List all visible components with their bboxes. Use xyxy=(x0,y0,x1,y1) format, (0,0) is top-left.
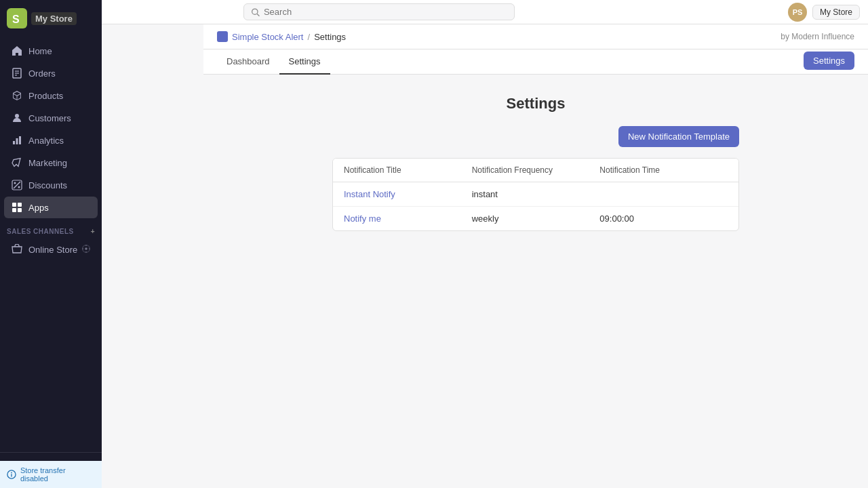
sidebar-logo-area: S My Store xyxy=(0,0,102,37)
breadcrumb-separator: / xyxy=(308,32,311,42)
svg-rect-15 xyxy=(18,203,22,207)
table-row: Notify me weekly 09:00:00 xyxy=(333,207,738,230)
sidebar-item-label-products: Products xyxy=(28,91,63,101)
notification-time-1 xyxy=(599,189,728,199)
svg-point-23 xyxy=(11,472,12,474)
tab-bar-row: Dashboard Settings Settings xyxy=(203,49,868,75)
notification-title-2[interactable]: Notify me xyxy=(344,214,472,224)
svg-rect-8 xyxy=(16,138,18,144)
sidebar-item-home[interactable]: Home xyxy=(4,40,98,62)
sales-channels-label: SALES CHANNELS xyxy=(7,228,74,235)
table-row: Instant Notify instant xyxy=(333,182,738,207)
store-transfer-disabled-label: Store transfer disabled xyxy=(20,466,95,483)
sales-channels-header: SALES CHANNELS + xyxy=(0,221,102,238)
store-transfer-disabled-bar: Store transfer disabled xyxy=(0,461,102,488)
sidebar-nav: Home Orders Products Customers xyxy=(0,37,102,452)
sidebar-item-products[interactable]: Products xyxy=(4,85,98,106)
sidebar-item-label-analytics: Analytics xyxy=(28,136,64,146)
store-selector-button[interactable]: My Store xyxy=(812,5,860,20)
search-bar[interactable] xyxy=(243,3,515,20)
analytics-icon xyxy=(11,134,23,146)
home-icon xyxy=(11,45,23,57)
sidebar-item-label-home: Home xyxy=(28,46,52,56)
content-area: Settings New Notification Template Notif… xyxy=(203,75,868,488)
products-icon xyxy=(11,89,23,102)
apps-icon xyxy=(11,201,23,214)
app-color-icon xyxy=(217,31,228,42)
new-notification-template-button[interactable]: New Notification Template xyxy=(618,126,739,147)
breadcrumb-attribution: by Modern Influence xyxy=(781,32,854,41)
sidebar-item-label-online-store: Online Store xyxy=(28,245,77,255)
breadcrumb-app-name[interactable]: Simple Stock Alert xyxy=(232,32,304,42)
orders-icon xyxy=(11,67,23,79)
search-icon xyxy=(251,7,260,17)
svg-rect-14 xyxy=(12,203,16,207)
table-header-time: Notification Time xyxy=(599,165,728,175)
sidebar-item-orders[interactable]: Orders xyxy=(4,62,98,84)
sidebar-item-label-marketing: Marketing xyxy=(28,158,67,168)
svg-rect-16 xyxy=(12,208,16,212)
shopify-logo-icon: S xyxy=(7,8,27,28)
svg-line-20 xyxy=(257,14,259,16)
svg-point-6 xyxy=(15,114,19,118)
svg-rect-7 xyxy=(13,141,15,144)
store-name[interactable]: My Store xyxy=(31,12,77,25)
discounts-icon xyxy=(11,179,23,191)
sidebar-item-label-customers: Customers xyxy=(28,113,71,123)
sidebar-item-label-apps: Apps xyxy=(28,203,49,213)
topbar: PS My Store xyxy=(102,0,868,24)
sidebar: S My Store Home Orders Products xyxy=(0,0,102,488)
svg-text:S: S xyxy=(12,14,20,25)
breadcrumb: Simple Stock Alert / Settings xyxy=(217,31,346,42)
page-title: Settings xyxy=(217,95,854,113)
search-input[interactable] xyxy=(264,7,507,17)
sidebar-item-apps[interactable]: Apps xyxy=(4,197,98,218)
notification-frequency-2: weekly xyxy=(472,214,600,224)
svg-point-11 xyxy=(18,186,20,188)
customers-icon xyxy=(11,112,23,124)
sidebar-item-label-discounts: Discounts xyxy=(28,180,67,190)
tab-settings[interactable]: Settings xyxy=(279,49,330,75)
sidebar-item-customers[interactable]: Customers xyxy=(4,107,98,129)
tab-bar: Dashboard Settings xyxy=(217,49,330,74)
online-store-settings-icon[interactable] xyxy=(81,244,91,256)
table-header-frequency: Notification Frequency xyxy=(472,165,600,175)
tab-dashboard[interactable]: Dashboard xyxy=(217,49,279,75)
sidebar-item-online-store[interactable]: Online Store xyxy=(4,239,98,260)
sidebar-item-label-orders: Orders xyxy=(28,68,56,79)
add-sales-channel-icon[interactable]: + xyxy=(91,228,95,235)
breadcrumb-bar: Simple Stock Alert / Settings by Modern … xyxy=(203,24,868,49)
notification-time-2: 09:00:00 xyxy=(599,214,728,224)
svg-point-10 xyxy=(14,182,16,184)
settings-active-button[interactable]: Settings xyxy=(804,52,854,70)
info-icon xyxy=(7,470,16,479)
notification-title-1[interactable]: Instant Notify xyxy=(344,189,472,199)
svg-rect-9 xyxy=(19,136,21,144)
svg-rect-17 xyxy=(18,208,22,212)
marketing-icon xyxy=(11,157,23,169)
breadcrumb-current-page: Settings xyxy=(314,32,346,42)
avatar: PS xyxy=(788,3,807,22)
online-store-icon xyxy=(11,243,23,256)
new-template-row: New Notification Template xyxy=(332,126,739,147)
sidebar-item-analytics[interactable]: Analytics xyxy=(4,129,98,151)
sidebar-item-marketing[interactable]: Marketing xyxy=(4,152,98,174)
svg-point-19 xyxy=(252,9,257,14)
topbar-right: PS My Store xyxy=(788,3,860,22)
notification-table: Notification Title Notification Frequenc… xyxy=(332,158,739,231)
table-header-title: Notification Title xyxy=(344,165,472,175)
notification-frequency-1: instant xyxy=(472,189,600,199)
sidebar-item-discounts[interactable]: Discounts xyxy=(4,174,98,196)
svg-point-18 xyxy=(85,247,87,250)
table-header: Notification Title Notification Frequenc… xyxy=(333,159,738,182)
